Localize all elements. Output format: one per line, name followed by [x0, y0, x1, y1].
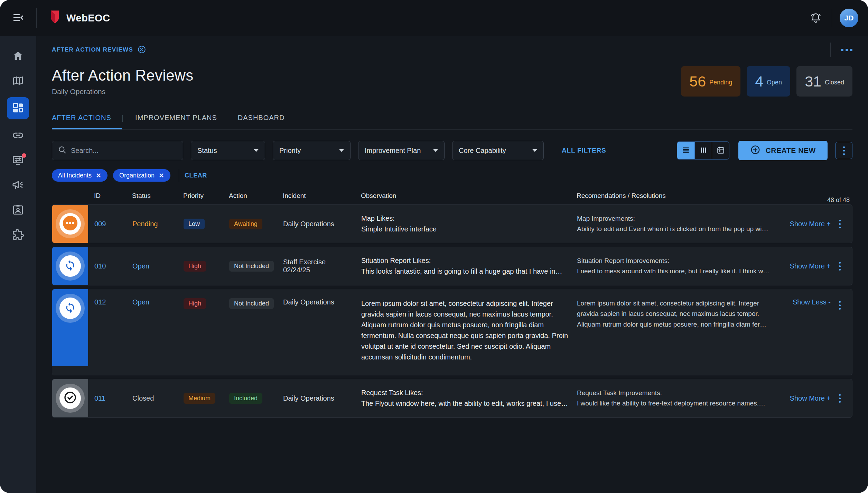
- search-input[interactable]: [71, 147, 177, 155]
- active-filter-chips: All Incidents ✕ Organization ✕ CLEAR: [52, 169, 852, 182]
- priority-badge: Low: [184, 219, 205, 229]
- row-id-link[interactable]: 011: [94, 394, 105, 402]
- sidebar-item-announcements[interactable]: [7, 177, 29, 194]
- title-row: After Action Reviews Daily Operations 56…: [52, 66, 852, 97]
- show-more-button[interactable]: Show More +: [790, 394, 831, 402]
- search-icon: [58, 145, 67, 156]
- collapse-menu-button[interactable]: [12, 12, 24, 25]
- improvement-plan-filter-label: Improvement Plan: [365, 147, 421, 155]
- show-more-button[interactable]: Show More +: [790, 220, 831, 228]
- tab-after-actions[interactable]: AFTER ACTIONS: [52, 108, 122, 129]
- row-options-button[interactable]: [836, 217, 843, 231]
- tab-dashboard[interactable]: DASHBOARD: [227, 108, 295, 129]
- view-toggle-group: [677, 141, 729, 159]
- create-new-label: CREATE NEW: [765, 146, 816, 155]
- row-status-edge: [52, 379, 88, 417]
- sidebar-item-contacts[interactable]: [7, 202, 29, 219]
- chip-organization[interactable]: Organization ✕: [113, 169, 170, 182]
- notifications-button[interactable]: [810, 11, 822, 25]
- table-row[interactable]: 012 Open High Not Included Daily Operati…: [52, 289, 852, 375]
- row-incident: Daily Operations: [280, 289, 358, 310]
- create-new-button[interactable]: CREATE NEW: [738, 141, 828, 160]
- row-status: Pending: [129, 217, 180, 231]
- table-row[interactable]: 009 Pending Low Awaiting Daily Operation…: [52, 204, 852, 243]
- webeoc-shield-logo-icon: [49, 10, 61, 26]
- list-view-button[interactable]: [677, 142, 694, 159]
- kebab-icon: [843, 146, 845, 148]
- row-incident: Daily Operations: [280, 217, 358, 231]
- sync-icon: [64, 259, 76, 273]
- priority-filter-dropdown[interactable]: Priority: [273, 141, 351, 160]
- status-filter-dropdown[interactable]: Status: [191, 141, 265, 160]
- boards-icon: [12, 102, 24, 115]
- divider: [830, 43, 831, 57]
- column-view-button[interactable]: [694, 142, 712, 159]
- action-badge: Not Included: [229, 298, 274, 309]
- sync-icon: [64, 302, 76, 315]
- pending-label: Pending: [709, 79, 732, 86]
- chip-close-icon[interactable]: ✕: [159, 172, 164, 180]
- row-options-button[interactable]: [836, 259, 843, 273]
- core-capability-filter-label: Core Capability: [459, 147, 506, 155]
- row-recommendation: Lorem ipsum dolor sit amet, consectetur …: [573, 289, 774, 333]
- open-label: Open: [767, 79, 782, 86]
- main-content: AFTER ACTION REVIEWS After Action Review…: [36, 36, 868, 493]
- sidebar-item-links[interactable]: [7, 127, 29, 144]
- status-summary: 56 Pending 4 Open 31 Closed: [681, 66, 852, 97]
- action-badge: Not Included: [229, 261, 274, 272]
- sidebar-item-home[interactable]: [7, 47, 29, 65]
- action-badge: Awaiting: [229, 219, 262, 229]
- stat-pending[interactable]: 56 Pending: [681, 66, 740, 97]
- sidebar-item-control-panel[interactable]: [7, 152, 29, 169]
- row-id-link[interactable]: 009: [94, 220, 106, 228]
- divider: [179, 169, 179, 182]
- core-capability-filter-dropdown[interactable]: Core Capability: [452, 141, 544, 160]
- row-options-button[interactable]: [836, 391, 843, 405]
- table-row[interactable]: 010 Open High Not Included Staff Exercis…: [52, 247, 852, 285]
- columns-icon: [699, 146, 708, 156]
- priority-badge: High: [184, 298, 206, 309]
- improvement-plan-filter-dropdown[interactable]: Improvement Plan: [358, 141, 445, 160]
- topbar-divider: [36, 8, 37, 28]
- row-incident: Daily Operations: [280, 391, 358, 406]
- puzzle-icon: [12, 229, 24, 242]
- breadcrumb-row: AFTER ACTION REVIEWS: [52, 43, 852, 57]
- show-less-button[interactable]: Show Less -: [793, 298, 831, 306]
- sidebar-item-plugins[interactable]: [7, 227, 29, 244]
- priority-filter-label: Priority: [279, 147, 301, 155]
- brand[interactable]: WebEOC: [49, 10, 110, 26]
- stat-closed[interactable]: 31 Closed: [796, 66, 852, 97]
- row-id-link[interactable]: 012: [94, 298, 106, 306]
- stat-open[interactable]: 4 Open: [747, 66, 790, 97]
- row-id-link[interactable]: 010: [94, 262, 106, 270]
- show-more-button[interactable]: Show More +: [790, 262, 831, 270]
- pending-ellipsis-icon: [62, 215, 78, 232]
- tab-improvement-plans[interactable]: IMPROVEMENT PLANS: [125, 108, 227, 129]
- sidebar: [0, 36, 36, 493]
- close-circle-icon[interactable]: [137, 45, 146, 55]
- closed-label: Closed: [825, 79, 844, 86]
- chevron-down-icon: [433, 149, 438, 152]
- megaphone-icon: [12, 179, 24, 192]
- table-options-button[interactable]: [835, 142, 852, 159]
- chip-close-icon[interactable]: ✕: [96, 172, 101, 180]
- row-options-button[interactable]: [836, 298, 843, 312]
- chip-all-incidents[interactable]: All Incidents ✕: [52, 169, 108, 182]
- sidebar-item-maps[interactable]: [7, 72, 29, 90]
- topbar: WebEOC JD: [0, 0, 868, 36]
- page-title: After Action Reviews: [52, 67, 194, 84]
- page-more-options-button[interactable]: [841, 49, 852, 51]
- status-filter-label: Status: [197, 147, 217, 155]
- search-box: [52, 141, 183, 160]
- table-row[interactable]: 011 Closed Medium Included Daily Operati…: [52, 379, 852, 418]
- breadcrumb[interactable]: AFTER ACTION REVIEWS: [52, 45, 146, 55]
- clear-filters-button[interactable]: CLEAR: [185, 172, 207, 179]
- closed-count: 31: [805, 73, 821, 90]
- sidebar-item-boards[interactable]: [7, 97, 29, 119]
- ellipsis-horizontal-icon: [841, 49, 852, 51]
- row-observation: Situation Report Likes: This looks fanta…: [358, 252, 573, 280]
- user-avatar[interactable]: JD: [840, 9, 858, 27]
- calendar-view-button[interactable]: [712, 142, 729, 159]
- hamburger-collapse-icon: [12, 12, 24, 25]
- all-filters-button[interactable]: ALL FILTERS: [562, 147, 606, 154]
